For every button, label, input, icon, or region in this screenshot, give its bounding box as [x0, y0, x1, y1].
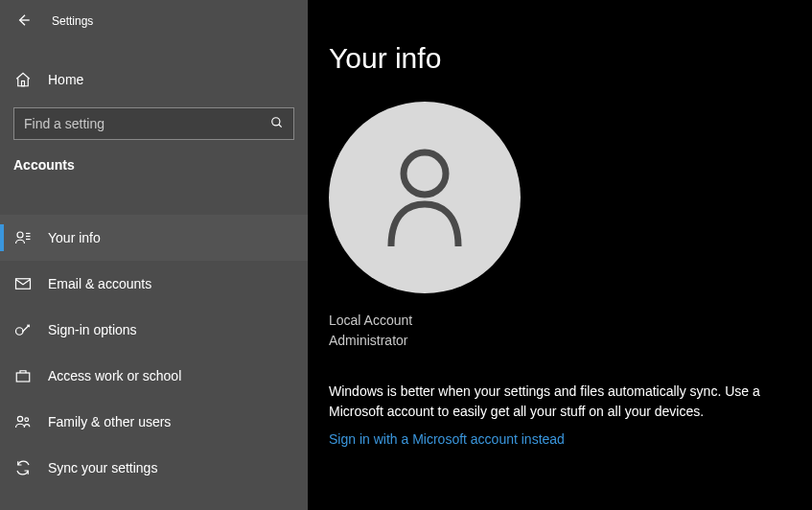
- svg-rect-12: [16, 373, 30, 382]
- sync-icon: [13, 459, 33, 476]
- main-panel: Your info Local Account Administrator Wi…: [308, 0, 812, 510]
- search-icon: [270, 116, 284, 132]
- sidebar-home-label: Home: [48, 72, 83, 87]
- sidebar-item-label: Sign-in options: [48, 322, 137, 337]
- page-title: Your info: [329, 42, 791, 75]
- svg-point-14: [25, 418, 29, 422]
- sidebar-item-label: Sync your settings: [48, 460, 157, 475]
- account-type: Local Account: [329, 311, 791, 331]
- svg-point-15: [404, 152, 446, 195]
- sidebar-item-label: Email & accounts: [48, 276, 151, 291]
- sidebar-item-sync-settings[interactable]: Sync your settings: [0, 445, 308, 491]
- people-icon: [13, 413, 33, 430]
- svg-point-13: [17, 416, 22, 421]
- key-icon: [13, 321, 33, 338]
- svg-point-2: [272, 117, 280, 125]
- topbar-title: Settings: [52, 14, 93, 28]
- settings-sidebar: Settings Home Accounts: [0, 0, 308, 510]
- sidebar-item-family-other-users[interactable]: Family & other users: [0, 399, 308, 445]
- svg-line-3: [279, 124, 282, 127]
- person-card-icon: [13, 229, 33, 246]
- sidebar-item-email-accounts[interactable]: Email & accounts: [0, 261, 308, 307]
- section-title: Accounts: [0, 157, 308, 186]
- avatar: [329, 102, 521, 293]
- person-icon: [377, 143, 473, 252]
- svg-rect-8: [16, 279, 31, 290]
- search-box[interactable]: [13, 107, 294, 140]
- sidebar-home[interactable]: Home: [0, 61, 308, 98]
- mail-icon: [13, 275, 33, 292]
- sidebar-item-your-info[interactable]: Your info: [0, 215, 308, 261]
- topbar: Settings: [0, 0, 308, 42]
- sidebar-item-access-work-school[interactable]: Access work or school: [0, 353, 308, 399]
- home-icon: [13, 71, 33, 88]
- sidebar-item-label: Your info: [48, 230, 101, 245]
- arrow-left-icon: [15, 12, 31, 31]
- sign-in-microsoft-link[interactable]: Sign in with a Microsoft account instead: [329, 431, 565, 447]
- account-role: Administrator: [329, 331, 791, 351]
- sync-description: Windows is better when your settings and…: [329, 382, 779, 422]
- svg-rect-1: [22, 81, 25, 86]
- search-input[interactable]: [24, 116, 270, 131]
- sidebar-item-label: Family & other users: [48, 414, 171, 429]
- sidebar-item-sign-in-options[interactable]: Sign-in options: [0, 307, 308, 353]
- sidebar-nav: Your info Email & accounts Sign-in optio…: [0, 215, 308, 491]
- svg-point-9: [16, 328, 24, 336]
- sidebar-item-label: Access work or school: [48, 368, 181, 383]
- svg-point-4: [17, 232, 23, 238]
- briefcase-icon: [13, 367, 33, 384]
- back-button[interactable]: [13, 12, 33, 31]
